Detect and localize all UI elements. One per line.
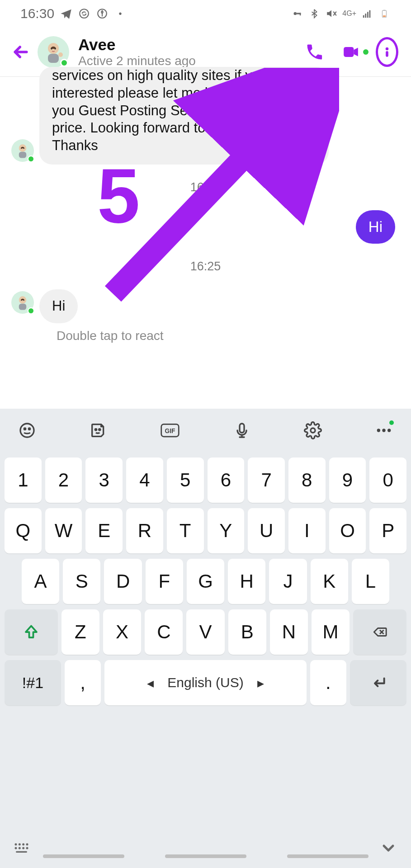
presence-dot-icon [28,307,34,314]
outgoing-message-bubble[interactable]: Hi [356,210,395,244]
outgoing-message-row: Hi [11,210,395,244]
svg-rect-7 [363,15,364,18]
key-i[interactable]: I [288,508,326,553]
tree-icon [96,7,109,20]
backspace-key[interactable] [353,609,406,655]
nav-back[interactable] [287,854,368,858]
more-toolbar-button[interactable] [375,421,393,441]
info-circle-icon [376,37,398,67]
key-3[interactable]: 3 [85,458,123,503]
android-nav-bar [43,854,368,858]
key-b[interactable]: B [228,609,266,655]
svg-point-59 [15,847,17,849]
svg-point-52 [377,429,380,432]
key-v[interactable]: V [186,609,224,655]
svg-rect-29 [19,304,27,310]
presence-dot-icon [28,156,34,162]
svg-rect-12 [383,10,386,11]
svg-point-2 [294,12,297,15]
shift-key[interactable] [5,609,58,655]
key-m[interactable]: M [312,609,350,655]
nav-home[interactable] [165,854,246,858]
message-avatar[interactable] [11,139,34,162]
sync-icon [78,7,90,20]
back-button[interactable] [8,39,33,64]
video-call-button[interactable] [340,41,362,63]
header-title-block[interactable]: Avee Active 2 minutes ago [78,36,299,68]
key-d[interactable]: D [104,559,142,604]
gif-toolbar-button[interactable]: GIF [160,423,180,440]
key-7[interactable]: 7 [248,458,285,503]
key-j[interactable]: J [269,559,307,604]
key-u[interactable]: U [248,508,285,553]
status-time: 16:30 [20,6,54,21]
key-2[interactable]: 2 [45,458,82,503]
key-e[interactable]: E [85,508,123,553]
key-n[interactable]: N [270,609,308,655]
key-row-asdf: A S D F G H J K L [5,559,406,604]
svg-point-27 [21,300,22,301]
period-key[interactable]: . [310,660,346,705]
svg-rect-13 [383,16,386,17]
chat-area[interactable]: services on high quality sites if you ar… [0,77,411,448]
svg-rect-21 [386,51,388,57]
key-p[interactable]: P [369,508,406,553]
enter-key[interactable] [350,660,406,705]
collapse-keyboard-button[interactable] [379,839,397,859]
key-s[interactable]: S [63,559,100,604]
contact-avatar[interactable] [38,36,69,68]
react-hint: Double tap to react [57,329,400,343]
svg-rect-10 [369,10,371,18]
key-1[interactable]: 1 [5,458,42,503]
key-0[interactable]: 0 [369,458,406,503]
svg-point-24 [24,148,24,149]
svg-point-28 [24,300,24,301]
message-avatar[interactable] [11,291,34,314]
key-w[interactable]: W [45,508,82,553]
contact-name: Avee [78,36,299,54]
key-6[interactable]: 6 [208,458,245,503]
timestamp: 16:25 [11,259,400,274]
key-4[interactable]: 4 [126,458,163,503]
nav-recents[interactable] [43,854,124,858]
key-g[interactable]: G [187,559,224,604]
svg-point-44 [24,428,25,429]
key-f[interactable]: F [146,559,183,604]
voice-call-button[interactable] [303,41,326,63]
sticker-toolbar-button[interactable] [89,421,107,441]
keyboard-switch-icon[interactable] [14,842,32,856]
svg-point-54 [387,429,391,432]
symbols-key[interactable]: !#1 [5,660,61,705]
key-y[interactable]: Y [208,508,245,553]
key-r[interactable]: R [126,508,163,553]
key-a[interactable]: A [22,559,59,604]
key-o[interactable]: O [329,508,366,553]
key-t[interactable]: T [167,508,204,553]
status-bar: 16:30 • 4G+ [0,0,411,27]
key-8[interactable]: 8 [288,458,326,503]
key-k[interactable]: K [311,559,348,604]
key-9[interactable]: 9 [329,458,366,503]
incoming-message-bubble[interactable]: services on high quality sites if you ar… [39,67,329,165]
key-c[interactable]: C [145,609,183,655]
key-l[interactable]: L [352,559,389,604]
space-key[interactable]: ◂ English (US) ▸ [104,660,306,705]
space-language-label: English (US) [167,675,243,690]
network-type-label: 4G+ [342,10,356,17]
key-h[interactable]: H [228,559,265,604]
header-actions [303,41,398,63]
key-z[interactable]: Z [61,609,99,655]
info-button[interactable] [376,41,398,63]
settings-toolbar-button[interactable] [304,421,322,441]
key-x[interactable]: X [103,609,141,655]
mute-icon [325,7,338,20]
svg-point-43 [20,424,34,437]
presence-dot-icon [60,59,68,67]
key-5[interactable]: 5 [167,458,204,503]
svg-point-15 [51,48,52,49]
key-q[interactable]: Q [5,508,42,553]
emoji-toolbar-button[interactable] [18,421,36,441]
comma-key[interactable]: , [65,660,101,705]
voice-toolbar-button[interactable] [233,421,251,441]
incoming-message-bubble[interactable]: Hi [39,289,78,323]
